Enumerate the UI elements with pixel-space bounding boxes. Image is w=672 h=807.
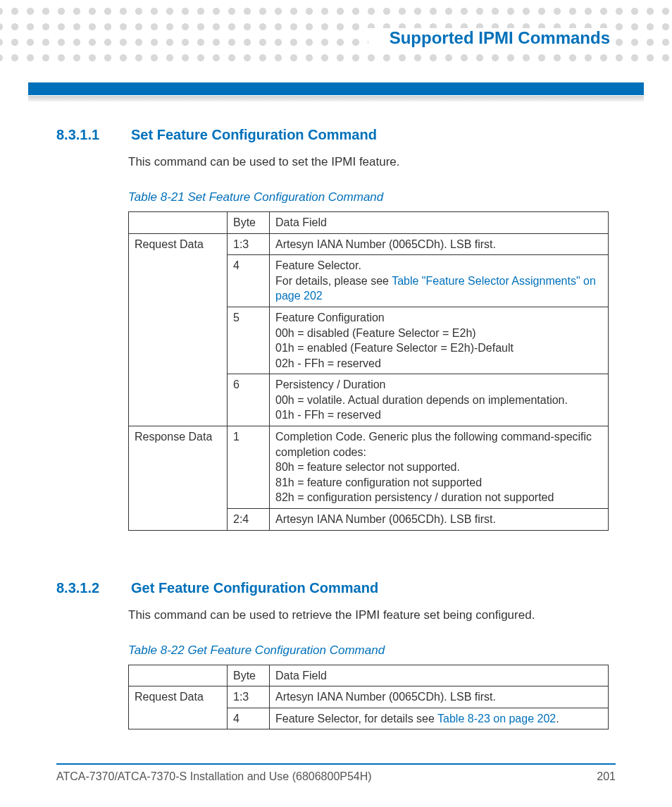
table-header-blank [129, 211, 228, 233]
byte-cell: 1 [228, 426, 270, 509]
section-number: 8.3.1.1 [56, 127, 111, 143]
section-heading-8-3-1-2: 8.3.1.2 Get Feature Configuration Comman… [56, 580, 616, 596]
data-field-cell: Persistency / Duration00h = volatile. Ac… [270, 374, 609, 426]
section1-intro: This command can be used to set the IPMI… [128, 154, 616, 171]
table-header-byte: Byte [228, 211, 270, 233]
data-field-cell: Feature Selector.For details, please see… [270, 255, 609, 307]
table-header-byte: Byte [228, 665, 270, 686]
header-gray-bar [28, 96, 644, 101]
data-field-cell: Artesyn IANA Number (0065CDh). LSB first… [270, 686, 609, 708]
table-header-row: Byte Data Field [129, 665, 609, 686]
byte-cell: 6 [228, 374, 270, 426]
byte-cell: 4 [228, 255, 270, 307]
data-field-cell: Feature Selector, for details see Table … [270, 708, 609, 729]
request-data-label: Request Data [129, 233, 228, 426]
data-field-cell: Artesyn IANA Number (0065CDh). LSB first… [270, 233, 609, 255]
data-field-cell: Artesyn IANA Number (0065CDh). LSB first… [270, 509, 609, 531]
table-row: Request Data 1:3 Artesyn IANA Number (00… [129, 686, 609, 708]
page-footer: ATCA-7370/ATCA-7370-S Installation and U… [56, 763, 616, 783]
table-header-row: Byte Data Field [129, 211, 609, 233]
cross-reference-link[interactable]: Table 8-23 on page 202 [437, 713, 556, 725]
data-field-cell: Completion Code. Generic plus the follow… [270, 426, 609, 509]
cell-text: . [556, 713, 559, 725]
cell-text: Feature Selector, for details see [275, 713, 437, 725]
header-blue-bar [28, 82, 644, 95]
table-row: Request Data 1:3 Artesyn IANA Number (00… [129, 233, 609, 255]
table-8-21-caption: Table 8-21 Set Feature Configuration Com… [128, 190, 616, 204]
request-data-label: Request Data [129, 686, 228, 729]
table-8-21: Byte Data Field Request Data 1:3 Artesyn… [128, 211, 609, 531]
data-field-cell: Feature Configuration00h = disabled (Fea… [270, 307, 609, 374]
cell-text: Feature Selector.For details, please see [275, 259, 392, 287]
table-header-data-field: Data Field [270, 211, 609, 233]
byte-cell: 4 [228, 708, 270, 729]
page-content: 8.3.1.1 Set Feature Configuration Comman… [56, 127, 616, 729]
section-title: Get Feature Configuration Command [131, 580, 378, 596]
table-8-22-caption: Table 8-22 Get Feature Configuration Com… [128, 643, 616, 658]
page-header-title: Supported IPMI Commands [368, 28, 616, 48]
byte-cell: 2:4 [228, 509, 270, 531]
section-heading-8-3-1-1: 8.3.1.1 Set Feature Configuration Comman… [56, 127, 616, 143]
footer-divider [56, 763, 616, 765]
table-row: Response Data 1 Completion Code. Generic… [129, 426, 609, 509]
table-8-22: Byte Data Field Request Data 1:3 Artesyn… [128, 665, 609, 730]
page-number: 201 [597, 770, 616, 783]
byte-cell: 5 [228, 307, 270, 374]
table-header-blank [129, 665, 228, 686]
footer-doc-title: ATCA-7370/ATCA-7370-S Installation and U… [56, 770, 372, 783]
section-title: Set Feature Configuration Command [131, 127, 377, 143]
response-data-label: Response Data [129, 426, 228, 531]
section2-intro: This command can be used to retrieve the… [128, 608, 616, 624]
byte-cell: 1:3 [228, 233, 270, 255]
table-header-data-field: Data Field [270, 665, 609, 686]
section-number: 8.3.1.2 [56, 580, 111, 596]
byte-cell: 1:3 [228, 686, 270, 708]
